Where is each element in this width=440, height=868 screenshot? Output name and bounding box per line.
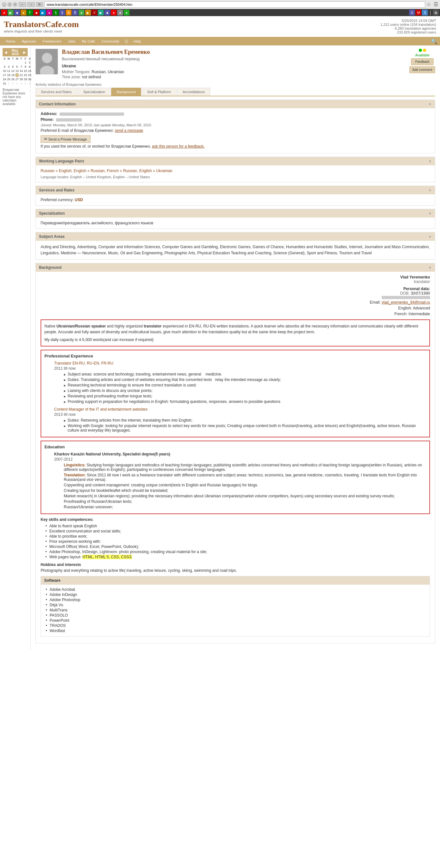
- cal-day-1[interactable]: 1: [24, 61, 27, 64]
- cal-day-n2[interactable]: 2: [11, 82, 15, 85]
- nav-mycafe[interactable]: My Café: [78, 38, 98, 44]
- cal-day-17[interactable]: 17: [3, 73, 6, 77]
- contact-section-header[interactable]: Contact Information ▼: [36, 100, 435, 108]
- cal-day-n3[interactable]: 3: [15, 82, 19, 85]
- cal-day-6[interactable]: 6: [15, 65, 19, 69]
- icon-7[interactable]: ▶: [40, 10, 46, 16]
- cal-day-27[interactable]: 27: [15, 78, 19, 81]
- feedback-link[interactable]: ask this person for a feedback.: [152, 144, 205, 149]
- tab-accreditations[interactable]: Accreditations: [177, 88, 210, 96]
- cal-day-18[interactable]: 18: [7, 73, 11, 77]
- cal-day-25[interactable]: 25: [7, 78, 11, 81]
- icon-2[interactable]: ▶: [8, 10, 13, 16]
- cal-day-26[interactable]: 26: [11, 78, 15, 81]
- cal-day-10[interactable]: 10: [3, 69, 6, 73]
- cal-day-n4[interactable]: 4: [19, 82, 23, 85]
- cal-day-22[interactable]: 22: [24, 73, 27, 77]
- icon-5[interactable]: F: [27, 10, 33, 16]
- reload-button[interactable]: ↻: [36, 2, 43, 7]
- nav-community[interactable]: Community: [98, 38, 123, 44]
- maximize-button[interactable]: □: [7, 2, 12, 7]
- cal-day-21[interactable]: 21: [19, 73, 23, 77]
- profile-main: Владислав Васильевич Еременко Высококаче…: [31, 45, 440, 650]
- icon-14[interactable]: ▶: [85, 10, 91, 16]
- cal-day-n5[interactable]: 5: [24, 82, 27, 85]
- icon-13[interactable]: ●: [78, 10, 84, 16]
- browser-chrome: _ □ × ← → ↻ ☆ ☰ ♦ ▶ ■ ● F ■ ▶ ● § § B B …: [0, 0, 440, 16]
- search-icon[interactable]: 🔍: [431, 38, 437, 44]
- software-header[interactable]: Software: [41, 576, 430, 585]
- back-button[interactable]: ←: [19, 2, 26, 7]
- icon-11[interactable]: B: [66, 10, 71, 16]
- cal-day-3[interactable]: 3: [3, 65, 6, 69]
- cal-day-24[interactable]: 24: [3, 78, 6, 81]
- star-icon[interactable]: ☆: [427, 1, 431, 7]
- tab-services-rates[interactable]: Services and Rates: [35, 88, 77, 96]
- subject-areas-header[interactable]: Subject Areas ▼: [36, 232, 435, 241]
- nav-help[interactable]: Help: [131, 38, 144, 44]
- background-header[interactable]: Background ▼: [36, 264, 435, 272]
- icon-8[interactable]: ●: [46, 10, 52, 16]
- forward-button[interactable]: →: [27, 2, 35, 7]
- minimize-button[interactable]: _: [2, 2, 6, 7]
- icon-19[interactable]: ●: [117, 10, 123, 16]
- education-university: Kharkov Karazin National University, Spe…: [54, 452, 426, 456]
- icon-18[interactable]: ♦: [111, 10, 116, 16]
- services-header[interactable]: Services and Rates ▼: [36, 186, 435, 194]
- menu-icon[interactable]: ☰: [434, 1, 438, 7]
- cal-day-31[interactable]: 31: [3, 82, 6, 85]
- icon-1[interactable]: ♦: [1, 10, 7, 16]
- cal-day-n1[interactable]: 1: [7, 82, 11, 85]
- icon-16[interactable]: ▶: [98, 10, 104, 16]
- language-pairs-header[interactable]: Working Language Pairs ▼: [36, 157, 435, 165]
- icon-20[interactable]: ●: [124, 10, 130, 16]
- add-comment-button[interactable]: Add comment: [409, 66, 435, 73]
- tab-specialization[interactable]: Specialization: [78, 88, 110, 96]
- nav-jobs[interactable]: Jobs: [65, 38, 78, 44]
- cal-day-12[interactable]: 12: [11, 69, 15, 73]
- icon-17[interactable]: ■: [104, 10, 110, 16]
- site-logo[interactable]: TranslatorsCafe.com: [4, 20, 79, 29]
- icon-10[interactable]: §: [59, 10, 65, 16]
- feedback-static-text: If you used the services of, or worked f…: [41, 144, 151, 149]
- cal-day-29[interactable]: 29: [24, 78, 27, 81]
- send-private-message-button[interactable]: ✉ Send a Private Message: [41, 135, 91, 143]
- calendar-prev[interactable]: ◀: [3, 51, 8, 54]
- cal-day-19[interactable]: 19: [11, 73, 15, 77]
- cal-day-4[interactable]: 4: [7, 65, 11, 69]
- nav-agencies[interactable]: Agencies: [19, 38, 39, 44]
- icon-21[interactable]: G: [409, 10, 415, 16]
- icon-15[interactable]: V: [92, 10, 97, 16]
- icon-4[interactable]: ●: [21, 10, 26, 16]
- tab-soft-platform[interactable]: Soft & Platform: [142, 88, 176, 96]
- voiceover-text: Russian/Ukranian voiceover;: [64, 505, 113, 509]
- cal-day-14[interactable]: 14: [19, 69, 23, 73]
- icon-12[interactable]: B: [72, 10, 78, 16]
- cal-day-20-today[interactable]: 20: [15, 73, 19, 77]
- calendar-next[interactable]: ▶: [22, 51, 27, 54]
- cal-day-28[interactable]: 28: [19, 78, 23, 81]
- cal-day-11[interactable]: 11: [7, 69, 11, 73]
- email-value[interactable]: vlad_eremenko_94@mail.ru: [382, 300, 430, 305]
- tab-background[interactable]: Background: [111, 88, 141, 96]
- nav-freelancers[interactable]: Freelancers: [40, 38, 65, 44]
- cal-day-5[interactable]: 5: [11, 65, 15, 69]
- icon-6[interactable]: ■: [34, 10, 39, 16]
- feedback-button[interactable]: Feedback: [411, 58, 434, 65]
- icon-23[interactable]: S: [422, 10, 428, 16]
- cal-day-13[interactable]: 13: [15, 69, 19, 73]
- cal-day-15[interactable]: 15: [24, 69, 27, 73]
- icon-9[interactable]: §: [53, 10, 59, 16]
- close-button[interactable]: ×: [13, 2, 18, 7]
- bg-person-role: translator: [41, 279, 430, 284]
- icon-24[interactable]: ⊠: [433, 10, 439, 16]
- address-bar[interactable]: [44, 1, 425, 8]
- cal-day-7[interactable]: 7: [19, 65, 23, 69]
- icon-3[interactable]: ■: [14, 10, 20, 16]
- specialization-header[interactable]: Specialization ▼: [36, 209, 435, 218]
- cal-day-8[interactable]: 8: [24, 65, 27, 69]
- icon-22[interactable]: M: [415, 10, 421, 16]
- day-f: F: [24, 57, 27, 60]
- preferred-email-link[interactable]: send a message: [115, 128, 143, 133]
- nav-home[interactable]: Home: [3, 38, 19, 44]
